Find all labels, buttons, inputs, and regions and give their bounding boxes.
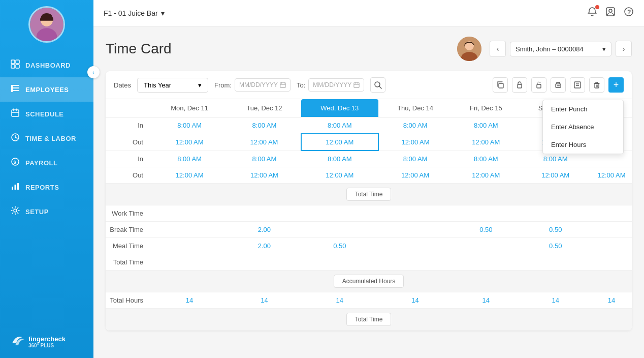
svg-rect-12 bbox=[12, 110, 19, 116]
help-button[interactable]: ? bbox=[624, 7, 634, 19]
table-row: Work Time bbox=[106, 205, 632, 222]
location-chevron-icon: ▾ bbox=[161, 9, 165, 17]
cell-break-mon bbox=[151, 222, 228, 238]
enter-punch-item[interactable]: Enter Punch bbox=[543, 100, 623, 118]
table-row: Out 12:00 AM 12:00 AM 12:00 AM 12:00 AM … bbox=[106, 167, 632, 184]
cell-break-sat: 0.50 bbox=[520, 222, 591, 238]
print-button[interactable] bbox=[551, 77, 566, 93]
sidebar-item-employees[interactable]: EMPLOYEES bbox=[0, 77, 93, 102]
sidebar-item-setup[interactable]: SETUP bbox=[0, 199, 93, 224]
cell-out2-fri[interactable]: 12:00 AM bbox=[452, 167, 520, 184]
cell-out1-mon[interactable]: 12:00 AM bbox=[151, 134, 228, 151]
accumulated-hours-button[interactable]: Accumulated Hours bbox=[334, 275, 404, 288]
employee-dropdown[interactable]: Smith, John – 0000084 ▾ bbox=[510, 42, 611, 56]
cell-in1-mon[interactable]: 8:00 AM bbox=[151, 117, 228, 134]
cell-out1-fri[interactable]: 12:00 AM bbox=[452, 134, 520, 151]
cell-in2-thu[interactable]: 8:00 AM bbox=[378, 151, 452, 167]
final-total-time-button[interactable]: Total Time bbox=[346, 313, 392, 326]
page-header: Time Card ‹ Smith, John – 0000084 ▾ › bbox=[106, 37, 632, 61]
delete-button[interactable] bbox=[589, 77, 604, 93]
sidebar-item-dashboard[interactable]: DASHBOARD bbox=[0, 53, 93, 77]
cell-in1-fri[interactable]: 8:00 AM bbox=[452, 117, 520, 134]
table-row: Total Time bbox=[106, 254, 632, 271]
enter-absence-item[interactable]: Enter Absence bbox=[543, 118, 623, 136]
cell-worktime-tue bbox=[228, 205, 301, 222]
from-date-input[interactable]: MM/DD/YYYY bbox=[235, 78, 291, 92]
cell-out2-thu[interactable]: 12:00 AM bbox=[378, 167, 452, 184]
sidebar: ‹ DASHBOARD EMPLOYEES SCHEDULE TIME & LA… bbox=[0, 0, 93, 358]
cell-in2-fri[interactable]: 8:00 AM bbox=[452, 151, 520, 167]
cell-out2-mon[interactable]: 12:00 AM bbox=[151, 167, 228, 184]
cell-totaltime-tue bbox=[228, 254, 301, 271]
date-filter-dropdown[interactable]: This Year ▾ bbox=[137, 78, 208, 93]
notification-button[interactable] bbox=[587, 7, 597, 19]
to-date-input[interactable]: MM/DD/YYYY bbox=[308, 78, 364, 92]
cell-in1-wed[interactable]: 8:00 AM bbox=[301, 117, 378, 134]
cell-in2-tue[interactable]: 8:00 AM bbox=[228, 151, 301, 167]
total-time-button[interactable]: Total Time bbox=[346, 188, 392, 201]
cell-out1-tue[interactable]: 12:00 AM bbox=[228, 134, 301, 151]
sidebar-footer: fingercheck 360° PLUS bbox=[0, 325, 93, 358]
sidebar-item-label: TIME & LABOR bbox=[25, 135, 76, 142]
out2-label: Out bbox=[106, 167, 151, 184]
employee-avatar bbox=[457, 37, 481, 61]
cell-meal-tue: 2.00 bbox=[228, 238, 301, 254]
svg-rect-21 bbox=[12, 187, 13, 190]
export-button[interactable] bbox=[570, 77, 585, 93]
sidebar-collapse-button[interactable]: ‹ bbox=[87, 66, 100, 78]
cell-in2-mon[interactable]: 8:00 AM bbox=[151, 151, 228, 167]
sidebar-item-schedule[interactable]: SCHEDULE bbox=[0, 102, 93, 126]
notification-badge bbox=[595, 5, 599, 9]
cell-worktime-fri bbox=[452, 205, 520, 222]
unlock-button[interactable] bbox=[531, 77, 546, 93]
cell-out2-extra[interactable]: 12:00 AM bbox=[591, 167, 632, 184]
employee-name: Smith, John – 0000084 bbox=[516, 45, 584, 53]
break-time-label: Break Time bbox=[106, 222, 151, 238]
accumulated-hours-section-header: Accumulated Hours bbox=[106, 271, 632, 292]
location-selector[interactable]: F1 - 01 Juice Bar ▾ bbox=[104, 9, 165, 17]
cell-out2-wed[interactable]: 12:00 AM bbox=[301, 167, 378, 184]
cell-in1-thu[interactable]: 8:00 AM bbox=[378, 117, 452, 134]
svg-point-24 bbox=[14, 209, 17, 212]
cell-totaltime-mon bbox=[151, 254, 228, 271]
svg-rect-23 bbox=[17, 183, 19, 190]
time-labor-icon bbox=[10, 133, 20, 144]
col-wed: Wed, Dec 13 bbox=[301, 99, 378, 117]
sidebar-item-reports[interactable]: REPORTS bbox=[0, 175, 93, 199]
svg-rect-46 bbox=[557, 85, 560, 86]
sidebar-item-label: SETUP bbox=[25, 208, 49, 216]
in2-label: In bbox=[106, 151, 151, 167]
work-time-label: Work Time bbox=[106, 205, 151, 222]
cell-worktime-mon bbox=[151, 205, 228, 222]
date-filter-chevron-icon: ▾ bbox=[198, 81, 202, 89]
toolbar-actions: + bbox=[493, 77, 624, 93]
search-button[interactable] bbox=[370, 77, 385, 93]
lock-button[interactable] bbox=[512, 77, 527, 93]
sidebar-item-time-labor[interactable]: TIME & LABOR bbox=[0, 126, 93, 151]
prev-employee-button[interactable]: ‹ bbox=[490, 41, 506, 57]
copy-button[interactable] bbox=[493, 77, 508, 93]
svg-rect-44 bbox=[537, 84, 541, 88]
cell-out2-sat[interactable]: 12:00 AM bbox=[520, 167, 591, 184]
sidebar-item-payroll[interactable]: $ PAYROLL bbox=[0, 151, 93, 175]
cell-out1-wed[interactable]: 12:00 AM bbox=[301, 134, 378, 151]
user-profile-button[interactable] bbox=[605, 7, 616, 19]
sidebar-item-label: SCHEDULE bbox=[25, 110, 64, 118]
svg-rect-22 bbox=[15, 185, 16, 190]
page-title: Time Card bbox=[106, 41, 449, 57]
cell-in1-tue[interactable]: 8:00 AM bbox=[228, 117, 301, 134]
cell-out1-thu[interactable]: 12:00 AM bbox=[378, 134, 452, 151]
next-employee-button[interactable]: › bbox=[616, 41, 632, 57]
cell-out2-tue[interactable]: 12:00 AM bbox=[228, 167, 301, 184]
add-button[interactable]: + bbox=[608, 77, 624, 93]
cell-in2-wed[interactable]: 8:00 AM bbox=[301, 151, 378, 167]
add-dropdown-menu: Enter Punch Enter Absence Enter Hours bbox=[542, 100, 624, 154]
svg-text:?: ? bbox=[627, 9, 631, 16]
topbar: F1 - 01 Juice Bar ▾ ? bbox=[93, 0, 644, 26]
enter-hours-item[interactable]: Enter Hours bbox=[543, 136, 623, 154]
from-date-placeholder: MM/DD/YYYY bbox=[239, 81, 278, 88]
sidebar-item-label: PAYROLL bbox=[25, 159, 57, 167]
svg-rect-42 bbox=[499, 83, 503, 88]
final-total-time-section: Total Time bbox=[106, 309, 632, 331]
svg-rect-32 bbox=[280, 83, 285, 87]
